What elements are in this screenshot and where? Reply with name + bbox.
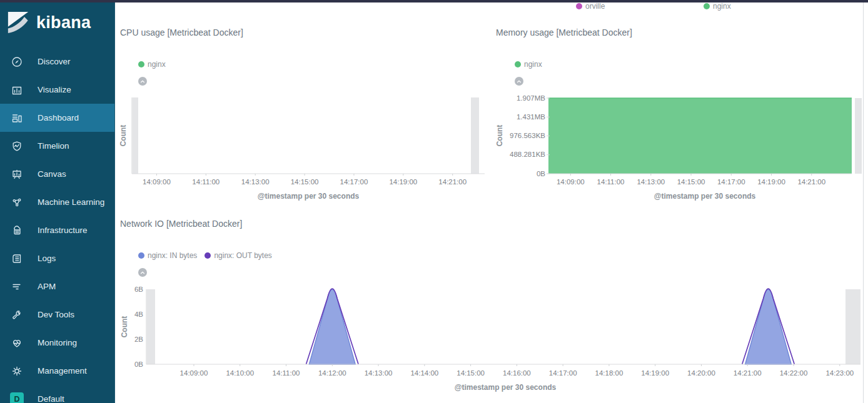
legend-color-dot-icon	[515, 61, 521, 67]
sidebar-item-visualize[interactable]: Visualize	[0, 76, 114, 104]
cpu-x-tick-label: 14:19:00	[389, 178, 417, 186]
sidebar-item-discover[interactable]: Discover	[0, 47, 114, 76]
sidebar-item-machine-learning[interactable]: Machine Learning	[0, 188, 114, 216]
cpu-legend: nginx	[138, 60, 166, 69]
kibana-logo-text: kibana	[36, 13, 91, 32]
net-plot-area[interactable]	[146, 289, 860, 364]
net-y-tick-label: 0B	[134, 361, 143, 368]
legend-label: nginx	[524, 60, 542, 69]
kibana-logo[interactable]: kibana	[0, 0, 114, 35]
sidebar-item-label: Dashboard	[38, 113, 79, 122]
mem-y-tick-label: 1.907MB	[517, 94, 545, 102]
legend-color-dot-icon	[204, 252, 211, 259]
mem-endzone	[855, 98, 862, 174]
mem-x-tick-label: 14:15:00	[677, 178, 705, 186]
machine-learning-icon	[11, 197, 23, 208]
sidebar-item-label: Logs	[38, 254, 56, 263]
sidebar-item-default[interactable]: DDefault	[0, 385, 114, 403]
net-x-tick-label: 14:16:00	[503, 369, 531, 377]
network-legend-collapse-chevron-icon[interactable]	[138, 268, 147, 277]
timelion-shield-icon	[11, 141, 23, 152]
sidebar: kibana DiscoverVisualizeDashboardTimelio…	[0, 0, 115, 403]
visualize-chart-icon	[11, 84, 23, 96]
net-y-axis-title: Count	[120, 316, 129, 338]
sidebar-item-dashboard[interactable]: Dashboard	[0, 104, 114, 132]
legend-item-nginx-in-bytes[interactable]: nginx: IN bytes	[138, 251, 197, 260]
mem-plot-area[interactable]	[548, 98, 852, 174]
cpu-x-tick-label: 14:17:00	[340, 178, 368, 186]
memory-legend-collapse-chevron-icon[interactable]	[515, 77, 523, 86]
net-x-tick-label: 14:21:00	[734, 369, 762, 377]
net-x-tick-label: 14:22:00	[780, 369, 808, 377]
dev-tools-wrench-icon	[11, 309, 23, 321]
net-x-tick-label: 14:23:00	[825, 369, 854, 377]
legend-color-dot-icon	[138, 252, 144, 259]
legend-item-nginx-out-bytes[interactable]: nginx: OUT bytes	[204, 251, 271, 260]
net-x-tick-label: 14:12:00	[318, 369, 346, 377]
sidebar-item-label: Default	[38, 394, 64, 403]
legend-label: nginx: OUT bytes	[214, 251, 271, 260]
dashboard-charts-canvas: 14:09:0014:11:0014:13:0014:15:0014:17:00…	[0, 0, 868, 403]
dashboard-grid-icon	[11, 112, 23, 124]
memory-legend: nginx	[515, 60, 542, 69]
discover-compass-icon	[11, 56, 23, 67]
sidebar-item-label: Dev Tools	[38, 310, 74, 319]
sidebar-item-management[interactable]: Management	[0, 357, 114, 385]
sidebar-item-logs[interactable]: Logs	[0, 244, 114, 272]
sidebar-item-label: Discover	[38, 57, 71, 66]
legend-color-dot-icon	[704, 3, 710, 9]
mem-x-tick-label: 14:17:00	[717, 178, 745, 186]
panel-title-memory-usage[interactable]: Memory usage [Metricbeat Docker]	[496, 27, 632, 37]
net-x-tick-label: 14:18:00	[595, 369, 623, 377]
sidebar-item-label: Infrastructure	[38, 226, 88, 235]
panel-title-network-io[interactable]: Network IO [Metricbeat Docker]	[120, 219, 242, 229]
top-edge-bar	[0, 0, 868, 2]
net-x-axis-title: @timestamp per 30 seconds	[455, 383, 557, 392]
sidebar-item-apm[interactable]: APM	[0, 272, 114, 301]
mem-x-tick-label: 14:09:00	[557, 178, 585, 186]
cpu-plot-area[interactable]	[132, 97, 485, 174]
legend-color-dot-icon	[138, 61, 144, 67]
legend-label: nginx	[148, 60, 166, 69]
cpu-x-tick-label: 14:21:00	[438, 178, 467, 186]
mem-x-tick-label: 14:19:00	[757, 178, 785, 186]
legend-label: nginx	[713, 2, 731, 11]
sidebar-item-infrastructure[interactable]: Infrastructure	[0, 216, 114, 244]
cpu-x-tick-label: 14:13:00	[241, 178, 270, 186]
infrastructure-cloud-icon	[11, 225, 23, 236]
legend-label: orville	[585, 2, 605, 11]
sidebar-item-monitoring[interactable]: Monitoring	[0, 329, 114, 357]
sidebar-nav: DiscoverVisualizeDashboardTimelionCanvas…	[0, 47, 114, 403]
cpu-x-axis-title: @timestamp per 30 seconds	[258, 192, 360, 201]
legend-label: nginx: IN bytes	[148, 251, 197, 260]
sidebar-item-label: Management	[38, 366, 87, 376]
net-x-tick-label: 14:09:00	[180, 369, 208, 377]
net-y-tick-label: 6B	[134, 286, 143, 293]
net-x-tick-label: 14:17:00	[549, 369, 577, 377]
sidebar-item-label: Machine Learning	[38, 197, 104, 207]
sidebar-item-label: APM	[38, 282, 56, 291]
mem-y-tick-label: 1.431MB	[517, 113, 545, 121]
cpu-legend-collapse-chevron-icon[interactable]	[138, 77, 147, 86]
mem-x-tick-label: 14:11:00	[597, 178, 625, 186]
panel-title-cpu-usage[interactable]: CPU usage [Metricbeat Docker]	[120, 27, 243, 37]
net-x-tick-label: 14:14:00	[410, 369, 438, 377]
legend-item-nginx[interactable]: nginx	[138, 60, 166, 69]
legend-item-orville[interactable]: orville	[576, 2, 605, 11]
net-y-tick-label: 4B	[134, 311, 143, 318]
legend-item-nginx[interactable]: nginx	[704, 2, 731, 11]
sidebar-item-label: Monitoring	[38, 338, 77, 347]
sidebar-item-canvas[interactable]: Canvas	[0, 160, 114, 188]
net-y-tick-label: 2B	[134, 336, 143, 343]
sidebar-item-timelion[interactable]: Timelion	[0, 132, 114, 160]
monitoring-heartbeat-icon	[11, 337, 23, 349]
sidebar-item-dev-tools[interactable]: Dev Tools	[0, 301, 114, 329]
management-gear-icon	[11, 366, 23, 377]
mem-x-tick-label: 14:13:00	[637, 178, 665, 186]
mem-x-axis-title: @timestamp per 30 seconds	[654, 192, 756, 201]
legend-item-nginx[interactable]: nginx	[515, 60, 542, 69]
sidebar-item-label: Canvas	[38, 169, 66, 179]
mem-y-axis-title: Count	[495, 125, 504, 147]
sidebar-item-label: Timelion	[38, 141, 69, 151]
legend-color-dot-icon	[576, 3, 582, 9]
